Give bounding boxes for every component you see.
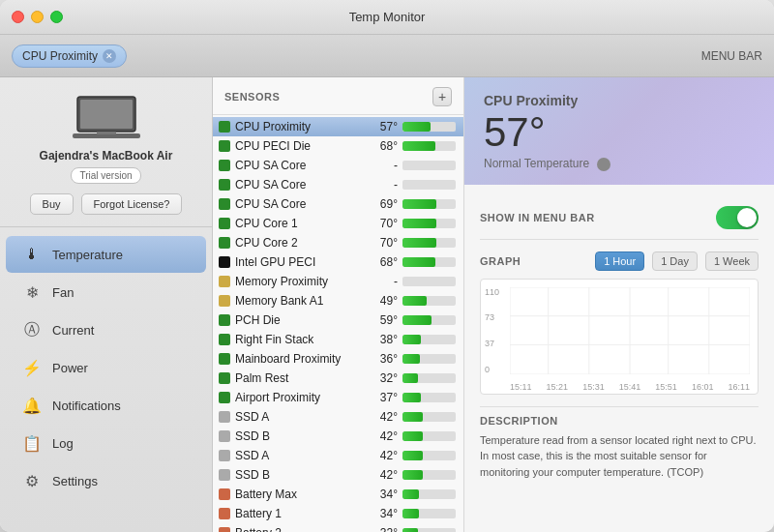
traffic-lights bbox=[12, 11, 63, 23]
sidebar-item-power[interactable]: ⚡ Power bbox=[6, 349, 206, 386]
sensor-row[interactable]: Memory Proximity - bbox=[213, 272, 463, 291]
sensor-row[interactable]: SSD A 42° bbox=[213, 446, 463, 465]
maximize-button[interactable] bbox=[50, 11, 63, 23]
sensor-value-label: 42° bbox=[371, 429, 398, 443]
sensor-bar bbox=[402, 257, 435, 267]
sidebar-label-log: Log bbox=[52, 436, 74, 451]
sensor-row[interactable]: CPU Proximity 57° bbox=[213, 117, 463, 136]
sensor-row[interactable]: Airport Proximity 37° bbox=[213, 388, 463, 407]
sensor-color-indicator bbox=[219, 256, 230, 268]
menu-bar-label: MENU BAR bbox=[701, 49, 762, 63]
graph-title: GRAPH bbox=[480, 255, 521, 267]
sensor-row[interactable]: Memory Bank A1 49° bbox=[213, 291, 463, 310]
add-sensor-button[interactable]: + bbox=[432, 87, 452, 106]
graph-x-5: 15:51 bbox=[655, 382, 677, 392]
sensor-name-label: CPU PECI Die bbox=[235, 139, 366, 153]
sensor-bar bbox=[402, 219, 436, 228]
sidebar-item-notifications[interactable]: 🔔 Notifications bbox=[6, 387, 206, 424]
trial-badge: Trial version bbox=[71, 167, 140, 184]
sensor-name-label: CPU SA Core bbox=[235, 197, 366, 211]
sensor-bar bbox=[402, 141, 435, 151]
sidebar-item-temperature[interactable]: 🌡 Temperature bbox=[6, 236, 206, 273]
forgot-license-button[interactable]: Forgot License? bbox=[81, 193, 183, 215]
svg-rect-1 bbox=[80, 100, 133, 129]
description-title: DESCRIPTION bbox=[480, 406, 759, 427]
sensor-row[interactable]: Battery Max 34° bbox=[213, 485, 463, 504]
sensor-bar-container bbox=[402, 122, 456, 132]
graph-1hour-button[interactable]: 1 Hour bbox=[595, 251, 644, 271]
sensor-row[interactable]: CPU Core 1 70° bbox=[213, 214, 463, 233]
detail-header: CPU Proximity 57° Normal Temperature bbox=[464, 77, 774, 185]
sidebar-item-current[interactable]: Ⓐ Current bbox=[6, 311, 206, 348]
sensor-bar-container bbox=[402, 509, 456, 518]
graph-1day-button[interactable]: 1 Day bbox=[652, 251, 698, 271]
sensor-name-label: Airport Proximity bbox=[235, 391, 366, 404]
sensor-list[interactable]: CPU Proximity 57° CPU PECI Die 68° CPU S… bbox=[213, 115, 463, 532]
sensor-row[interactable]: SSD A 42° bbox=[213, 407, 463, 427]
sensor-value-label: 42° bbox=[371, 468, 398, 482]
graph-section: GRAPH 1 Hour 1 Day 1 Week 110 73 37 0 bbox=[480, 251, 759, 395]
sensor-name-label: CPU SA Core bbox=[235, 159, 366, 172]
sensor-bar bbox=[402, 470, 423, 480]
sensor-bar-container bbox=[402, 161, 456, 170]
graph-1week-button[interactable]: 1 Week bbox=[705, 251, 759, 271]
sensor-color-indicator bbox=[219, 198, 230, 210]
sensor-bar bbox=[402, 489, 419, 499]
graph-y-0: 0 bbox=[485, 365, 499, 374]
sensor-row[interactable]: Battery 2 32° bbox=[213, 523, 463, 532]
sensor-name-label: SSD A bbox=[235, 410, 366, 424]
sensor-row[interactable]: Intel GPU PECI 68° bbox=[213, 252, 463, 272]
buy-button[interactable]: Buy bbox=[30, 193, 74, 215]
sensor-value-label: 49° bbox=[371, 294, 398, 308]
sidebar-item-log[interactable]: 📋 Log bbox=[6, 425, 206, 461]
sensor-color-indicator bbox=[219, 411, 230, 423]
sidebar-item-fan[interactable]: ❄ Fan bbox=[6, 274, 206, 310]
sensor-name-label: CPU SA Core bbox=[235, 178, 366, 192]
sensor-value-label: 34° bbox=[371, 507, 398, 520]
sensor-color-indicator bbox=[219, 295, 230, 307]
sensor-value-label: 37° bbox=[371, 391, 398, 404]
sensor-row[interactable]: CPU SA Core 69° bbox=[213, 194, 463, 214]
minimize-button[interactable] bbox=[31, 11, 44, 23]
sensor-row[interactable]: CPU SA Core - bbox=[213, 156, 463, 175]
sidebar-item-settings[interactable]: ⚙ Settings bbox=[6, 462, 206, 499]
sensor-name-label: CPU Core 2 bbox=[235, 236, 366, 250]
sensor-row[interactable]: Battery 1 34° bbox=[213, 504, 463, 523]
sensor-color-indicator bbox=[219, 121, 230, 133]
sensor-name-label: Right Fin Stack bbox=[235, 333, 366, 346]
sensor-tag-close-icon[interactable]: ✕ bbox=[103, 49, 116, 63]
sensor-panel-header: SENSORS + bbox=[213, 77, 463, 115]
toggle-knob bbox=[737, 208, 757, 227]
sensor-color-indicator bbox=[219, 488, 230, 500]
sensor-row[interactable]: Palm Rest 32° bbox=[213, 369, 463, 388]
sensor-bar bbox=[402, 412, 423, 422]
sidebar-label-fan: Fan bbox=[52, 285, 74, 300]
status-dot-icon bbox=[597, 158, 610, 171]
sensor-row[interactable]: SSD B 42° bbox=[213, 465, 463, 485]
sensor-color-indicator bbox=[219, 508, 230, 519]
sensor-row[interactable]: CPU SA Core - bbox=[213, 175, 463, 194]
sensor-value-label: 42° bbox=[371, 449, 398, 462]
sensor-tag[interactable]: CPU Proximity ✕ bbox=[12, 44, 127, 68]
sensor-bar bbox=[402, 373, 418, 383]
sensor-color-indicator bbox=[219, 450, 230, 461]
sensor-row[interactable]: PCH Die 59° bbox=[213, 310, 463, 330]
close-button[interactable] bbox=[12, 11, 24, 23]
menu-bar-toggle[interactable] bbox=[716, 206, 759, 229]
detail-sensor-name: CPU Proximity bbox=[484, 93, 755, 108]
sidebar-label-current: Current bbox=[52, 323, 94, 338]
sensor-row[interactable]: SSD B 42° bbox=[213, 427, 463, 446]
sidebar: Gajendra's MacBook Air Trial version Buy… bbox=[0, 77, 213, 532]
sensor-row[interactable]: Mainboard Proximity 36° bbox=[213, 349, 463, 369]
sensor-value-label: 68° bbox=[371, 255, 398, 269]
sensor-row[interactable]: CPU PECI Die 68° bbox=[213, 136, 463, 156]
sidebar-actions: Buy Forgot License? bbox=[30, 193, 183, 215]
sensor-value-label: - bbox=[371, 275, 398, 288]
sensor-bar-container bbox=[402, 412, 456, 422]
sensor-row[interactable]: Right Fin Stack 38° bbox=[213, 330, 463, 349]
device-icon bbox=[73, 93, 140, 141]
graph-x-3: 15:31 bbox=[582, 382, 605, 392]
sensor-row[interactable]: CPU Core 2 70° bbox=[213, 233, 463, 252]
sensor-color-indicator bbox=[219, 140, 230, 152]
title-bar: Temp Monitor bbox=[0, 0, 774, 35]
